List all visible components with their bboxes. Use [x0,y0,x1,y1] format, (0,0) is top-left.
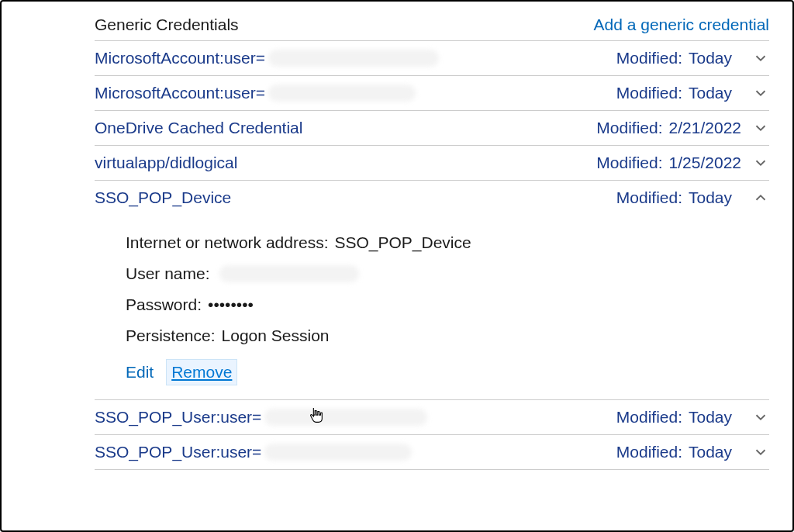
credential-row[interactable]: SSO_POP_Device Modified: Today [95,181,769,215]
credential-name[interactable]: MicrosoftAccount:user= [95,49,616,67]
chevron-down-icon[interactable] [752,119,769,136]
section-title: Generic Credentials [95,16,239,34]
detail-address-value: SSO_POP_Device [334,233,471,252]
modified-value: 1/25/2022 [669,154,741,172]
credential-name[interactable]: SSO_POP_Device [95,188,616,207]
modified-value: Today [689,188,741,207]
remove-link[interactable]: Remove [166,359,237,385]
detail-persistence-value: Logon Session [222,326,330,345]
redacted-text [268,85,416,102]
credential-details-panel: Internet or network address: SSO_POP_Dev… [95,215,769,400]
credential-row[interactable]: virtualapp/didlogical Modified: 1/25/202… [95,146,769,181]
modified-value: Today [689,84,741,102]
detail-password: Password: •••••••• [126,289,769,320]
credential-row[interactable]: SSO_POP_User:user= Modified: Today [95,400,769,435]
redacted-text [264,444,412,461]
detail-password-value: •••••••• [208,295,254,314]
credential-name[interactable]: SSO_POP_User:user= [95,443,616,461]
detail-address-label: Internet or network address: [126,233,328,252]
redacted-text [264,409,427,426]
credential-row[interactable]: OneDrive Cached Credential Modified: 2/2… [95,111,769,146]
credential-name-text: SSO_POP_User:user= [95,443,261,461]
redacted-text [219,265,359,282]
modified-label: Modified: [616,49,682,67]
modified-value: 2/21/2022 [669,119,741,137]
credential-name-text: SSO_POP_Device [95,188,231,207]
chevron-down-icon[interactable] [752,409,769,426]
modified-value: Today [689,49,741,67]
credential-name-text: SSO_POP_User:user= [95,408,261,427]
credential-name-text: OneDrive Cached Credential [95,119,302,137]
modified-label: Modified: [616,443,682,461]
chevron-down-icon[interactable] [752,154,769,171]
modified-label: Modified: [616,188,682,207]
credential-name-text: MicrosoftAccount:user= [95,49,265,67]
detail-username: User name: [126,258,769,289]
credential-name-text: MicrosoftAccount:user= [95,84,265,102]
modified-label: Modified: [596,154,662,172]
detail-persistence: Persistence: Logon Session [126,320,769,351]
detail-persistence-label: Persistence: [126,326,216,345]
modified-label: Modified: [616,408,682,427]
detail-address: Internet or network address: SSO_POP_Dev… [126,227,769,258]
credential-name[interactable]: SSO_POP_User:user= [95,408,616,427]
credential-row[interactable]: SSO_POP_User:user= Modified: Today [95,435,769,470]
redacted-text [268,50,439,67]
credential-name-text: virtualapp/didlogical [95,154,237,172]
chevron-down-icon[interactable] [752,85,769,102]
chevron-up-icon[interactable] [752,189,769,206]
modified-value: Today [689,408,741,427]
add-credential-link[interactable]: Add a generic credential [594,16,769,34]
credential-name[interactable]: virtualapp/didlogical [95,154,596,172]
credential-row[interactable]: MicrosoftAccount:user= Modified: Today [95,41,769,76]
modified-value: Today [689,443,741,461]
credential-name[interactable]: OneDrive Cached Credential [95,119,596,137]
credential-row[interactable]: MicrosoftAccount:user= Modified: Today [95,76,769,111]
modified-label: Modified: [596,119,662,137]
edit-link[interactable]: Edit [126,363,154,382]
chevron-down-icon[interactable] [752,444,769,461]
credential-name[interactable]: MicrosoftAccount:user= [95,84,616,102]
detail-password-label: Password: [126,295,202,314]
detail-username-label: User name: [126,264,210,283]
chevron-down-icon[interactable] [752,50,769,67]
modified-label: Modified: [616,84,682,102]
